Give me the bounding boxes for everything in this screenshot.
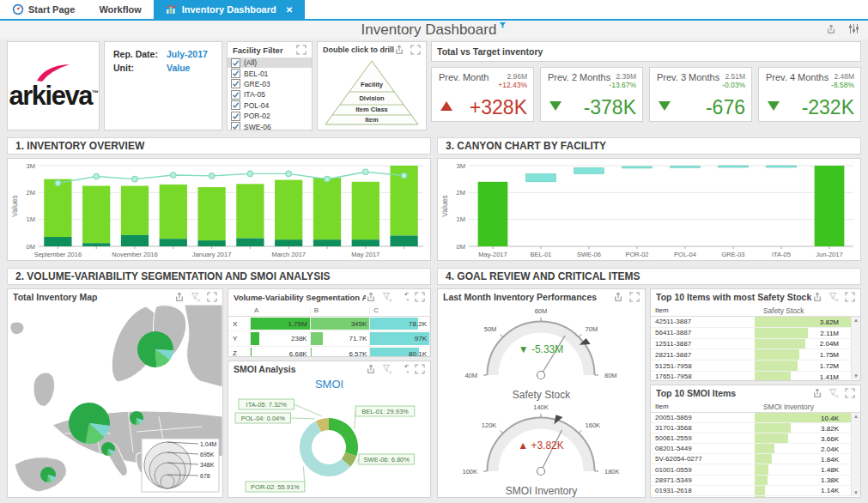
- export-icon[interactable]: [366, 364, 376, 374]
- donut-slice-bel-01[interactable]: [329, 418, 358, 456]
- facility-filter-item-all[interactable]: (All): [228, 58, 312, 68]
- inventory-map[interactable]: 1.04M695K348K678: [8, 305, 222, 497]
- svg-text:1.04M: 1.04M: [200, 441, 217, 447]
- kpi-card-prev-3-months[interactable]: Prev. 3 Months2.51M-0.03%-676: [649, 67, 752, 122]
- tab-start-page[interactable]: Start Page: [0, 0, 87, 19]
- filter-clear-icon[interactable]: [382, 292, 392, 302]
- vv-column-header-c[interactable]: C: [370, 306, 430, 314]
- expand-icon[interactable]: [410, 45, 421, 55]
- table-row-28211-3887[interactable]: 28211-38871.75M: [651, 349, 851, 361]
- facility-filter-item-ita-05[interactable]: ITA-05: [228, 89, 312, 100]
- inventory-overview-chart[interactable]: 0M1M2M3MValuesSeptember 2016November 201…: [8, 159, 430, 260]
- item-cell: 01001-0559: [651, 466, 755, 474]
- checkbox-icon[interactable]: [231, 79, 240, 88]
- vv-row-x[interactable]: X1.75M345K78.2K: [228, 317, 430, 331]
- canyon-chart[interactable]: 0M1M2M3MValuesMay-2017BEL-01SWE-06POR-02…: [438, 159, 860, 260]
- vv-column-header-a[interactable]: A: [251, 306, 311, 314]
- inventory-overview-chart-panel[interactable]: 0M1M2M3MValuesSeptember 2016November 201…: [7, 158, 431, 261]
- checkbox-icon[interactable]: [231, 58, 240, 68]
- table-row-20051-5869[interactable]: 20051-586910.4K: [651, 413, 851, 423]
- column-header-item[interactable]: Item: [651, 403, 760, 410]
- filter-clear-icon[interactable]: [829, 292, 839, 302]
- export-icon[interactable]: [394, 45, 404, 55]
- expand-icon[interactable]: [845, 388, 855, 398]
- map-pie-western-europe[interactable]: [89, 403, 110, 426]
- export-icon[interactable]: [174, 292, 185, 302]
- checkbox-icon[interactable]: [231, 112, 240, 121]
- canyon-chart-panel[interactable]: 0M1M2M3MValuesMay-2017BEL-01SWE-06POR-02…: [437, 158, 861, 261]
- tab-workflow[interactable]: Workflow: [87, 0, 153, 19]
- table-row-28971-5349[interactable]: 28971-53491.38K: [651, 476, 851, 486]
- table-row-17651-7958[interactable]: 17651-79581.41M: [651, 372, 851, 381]
- checkbox-icon[interactable]: [231, 100, 240, 110]
- export-icon[interactable]: [812, 388, 822, 398]
- column-header-value[interactable]: SMOI Inventory: [760, 403, 814, 411]
- kpi-card-prev-2-months[interactable]: Prev. 2 Months2.39M-13.67%-378K: [540, 67, 643, 122]
- vv-row-y[interactable]: Y238K71.7K97K: [228, 331, 430, 346]
- expand-icon[interactable]: [207, 292, 217, 302]
- report-date-value[interactable]: July-2017: [167, 49, 208, 59]
- column-header-item[interactable]: Item: [651, 306, 760, 314]
- table-row-08201-5449[interactable]: 08201-54492.04K: [651, 444, 851, 454]
- checkbox-icon[interactable]: [231, 90, 240, 100]
- facility-filter-item-gre-03[interactable]: GRE-03: [228, 79, 312, 89]
- filter-clear-icon[interactable]: [829, 388, 839, 398]
- table-row-01931-2618[interactable]: 01931-26181.14K: [651, 486, 851, 496]
- tab-inventory-dashboard[interactable]: Inventory Dashboard ✕: [154, 0, 305, 19]
- drill-panel[interactable]: Double click to drill do... FacilityDivi…: [317, 41, 427, 130]
- facility-filter-item-por-02[interactable]: POR-02: [228, 111, 312, 121]
- safety-stock-table: 42511-38873.82M56411-38872.11M12511-3887…: [651, 317, 851, 381]
- table-row-12511-3887[interactable]: 12511-38872.04M: [651, 339, 851, 350]
- undo-icon[interactable]: [398, 292, 409, 302]
- svg-text:140K: 140K: [533, 403, 549, 411]
- vv-row-z[interactable]: Z6.68K6.57K80.1K: [228, 347, 430, 357]
- expand-icon[interactable]: [415, 292, 425, 302]
- table-row-42511-3887[interactable]: 42511-38873.82M: [651, 317, 851, 328]
- table-row-43431-0029[interactable]: 43431-00291.12K: [651, 496, 851, 498]
- checkbox-icon[interactable]: [231, 69, 240, 78]
- vv-column-header-b[interactable]: B: [311, 306, 371, 314]
- table-row-01001-0559[interactable]: 01001-05591.48K: [651, 464, 851, 475]
- svg-text:1M: 1M: [27, 215, 35, 223]
- facility-filter-item-pol-04[interactable]: POL-04: [228, 100, 312, 111]
- checkbox-icon[interactable]: [231, 122, 240, 130]
- kpi-card-prev-4-months[interactable]: Prev. 4 Months2.48M-8.58%-232K: [758, 67, 861, 122]
- table-row-5V-62054-0277[interactable]: 5V-62054-02771.84K: [651, 454, 851, 464]
- scroll-up-icon[interactable]: ▲: [853, 318, 859, 323]
- filter-clear-icon[interactable]: [382, 364, 392, 374]
- export-icon[interactable]: [613, 292, 623, 302]
- expand-icon[interactable]: [629, 292, 640, 302]
- scroll-down-icon[interactable]: ▼: [853, 373, 859, 379]
- expand-icon[interactable]: [845, 292, 855, 302]
- scroll-up-icon[interactable]: ▲: [853, 414, 859, 419]
- table-row-31701-3568[interactable]: 31701-35683.82K: [651, 423, 851, 433]
- svg-text:60M: 60M: [535, 307, 548, 315]
- close-icon[interactable]: ✕: [286, 5, 293, 15]
- filter-clear-icon[interactable]: [191, 292, 201, 302]
- expand-icon[interactable]: [296, 45, 307, 55]
- export-icon[interactable]: [366, 292, 376, 302]
- export-icon[interactable]: [826, 23, 836, 34]
- scrollbar[interactable]: ▲▼: [851, 413, 860, 496]
- scrollbar[interactable]: ▲▼: [851, 317, 860, 379]
- table-row-50061-2559[interactable]: 50061-25593.66K: [651, 433, 851, 444]
- svg-text:50M: 50M: [484, 325, 497, 333]
- scroll-down-icon[interactable]: ▼: [853, 490, 859, 495]
- facility-filter-item-bel-01[interactable]: BEL-01: [228, 68, 312, 78]
- table-row-56411-3887[interactable]: 56411-38872.11M: [651, 328, 851, 339]
- safety-stock-gauge-label: Safety Stock: [438, 389, 645, 401]
- settings-sliders-icon[interactable]: [848, 23, 859, 34]
- table-row-51251-7958[interactable]: 51251-79581.72M: [651, 361, 851, 372]
- vv-segmentation-grid[interactable]: ABCX1.75M345K78.2KY238K71.7K97KZ6.68K6.5…: [228, 305, 430, 357]
- drill-pyramid[interactable]: FacilityDivisionItem ClassItem: [318, 58, 426, 128]
- column-header-value[interactable]: Safety Stock: [760, 306, 804, 315]
- undo-icon[interactable]: [398, 364, 409, 374]
- facility-filter-item-swe-06[interactable]: SWE-06: [228, 121, 312, 130]
- arkieva-logo: arkieva™: [8, 42, 99, 130]
- expand-icon[interactable]: [415, 364, 425, 374]
- filter-icon[interactable]: [499, 16, 507, 33]
- smoi-donut-chart[interactable]: BEL-01: 29.93%SWE-06: 6.80%POR-02: 55.91…: [228, 392, 430, 498]
- export-icon[interactable]: [812, 292, 822, 302]
- kpi-card-prev-month[interactable]: Prev. Month2.96M+12.43%+328K: [431, 67, 534, 122]
- unit-value[interactable]: Value: [167, 63, 190, 73]
